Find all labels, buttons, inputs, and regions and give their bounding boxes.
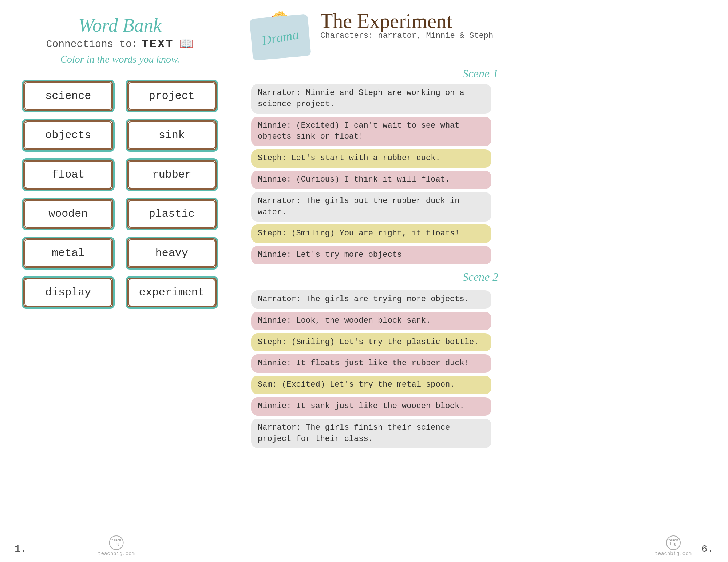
word-label: display <box>45 286 91 299</box>
teachbig-url-right: teachbig.com <box>655 551 692 557</box>
teachbig-logo-left: teach big teachbig.com <box>98 535 135 557</box>
right-header: 🍿 Drama The Experiment Characters: narra… <box>251 11 710 58</box>
dialogue-container: Narrator: Minnie and Steph are working o… <box>251 84 710 448</box>
dialogue-bubble-13: Narrator: The girls finish their science… <box>251 419 491 449</box>
teachbig-circle-left: teach big <box>109 535 123 550</box>
dialogue-bubble-9: Steph: (Smiling) Let's try the plastic b… <box>251 333 491 352</box>
word-label: wooden <box>48 208 88 220</box>
word-card-rubber: rubber <box>126 158 218 191</box>
word-card-project: project <box>126 80 218 112</box>
word-label: heavy <box>155 247 188 259</box>
word-bank-title: Word Bank <box>78 15 162 36</box>
drama-badge-bg: Drama <box>249 14 311 61</box>
drama-badge-area: 🍿 Drama <box>251 11 313 58</box>
word-label: float <box>52 168 84 181</box>
word-label: metal <box>52 247 84 259</box>
word-label: plastic <box>149 208 195 220</box>
scene2-heading: Scene 2 <box>251 270 710 284</box>
book-icon: 📖 <box>179 37 194 51</box>
word-card-heavy: heavy <box>126 237 218 270</box>
connections-line: Connections to: TEXT 📖 <box>46 37 194 51</box>
title-area: The Experiment Characters: narrator, Min… <box>320 11 493 40</box>
dialogue-bubble-11: Sam: (Excited) Let's try the metal spoon… <box>251 376 491 394</box>
connections-value: TEXT <box>142 37 174 51</box>
word-card-experiment: experiment <box>126 276 218 309</box>
dialogue-bubble-8: Minnie: Look, the wooden block sank. <box>251 312 491 330</box>
word-grid: scienceprojectobjectssinkfloatrubberwood… <box>22 80 218 309</box>
dialogue-bubble-6: Minnie: Let's try more objects <box>251 246 491 264</box>
word-label: rubber <box>152 168 191 181</box>
dialogue-bubble-12: Minnie: It sank just like the wooden blo… <box>251 397 491 416</box>
dialogue-bubble-5: Steph: (Smiling) You are right, it float… <box>251 224 491 243</box>
teachbig-logo-right: teach big teachbig.com <box>655 535 692 557</box>
word-card-objects: objects <box>22 119 115 152</box>
dialogue-bubble-7: Narrator: The girls are trying more obje… <box>251 290 491 309</box>
color-instruction: Color in the words you know. <box>60 53 179 65</box>
connections-label: Connections to: <box>46 39 138 50</box>
word-card-wooden: wooden <box>22 198 115 230</box>
dialogue-bubble-0: Narrator: Minnie and Steph are working o… <box>251 84 491 114</box>
dialogue-bubble-2: Steph: Let's start with a rubber duck. <box>251 149 491 168</box>
word-label: sink <box>159 129 185 142</box>
drama-label: Drama <box>261 27 300 48</box>
scene1-heading: Scene 1 <box>251 67 710 80</box>
dialogue-bubble-1: Minnie: (Excited) I can't wait to see wh… <box>251 117 491 147</box>
word-label: objects <box>45 129 91 142</box>
dialogue-bubble-4: Narrator: The girls put the rubber duck … <box>251 192 491 222</box>
dialogue-bubble-3: Minnie: (Curious) I think it will float. <box>251 171 491 189</box>
page-number-right: 6. <box>701 543 713 555</box>
left-panel: Word Bank Connections to: TEXT 📖 Color i… <box>0 0 233 562</box>
word-label: experiment <box>139 286 205 299</box>
teachbig-url-left: teachbig.com <box>98 551 135 557</box>
word-label: project <box>149 90 195 102</box>
characters-line: Characters: narrator, Minnie & Steph <box>320 31 493 40</box>
word-card-science: science <box>22 80 115 112</box>
experiment-title: The Experiment <box>320 11 493 31</box>
word-card-display: display <box>22 276 115 309</box>
teachbig-circle-right: teach big <box>666 535 681 550</box>
dialogue-bubble-10: Minnie: It floats just like the rubber d… <box>251 354 491 373</box>
word-card-metal: metal <box>22 237 115 270</box>
word-card-plastic: plastic <box>126 198 218 230</box>
word-card-float: float <box>22 158 115 191</box>
right-panel: 🍿 Drama The Experiment Characters: narra… <box>233 0 728 562</box>
word-label: science <box>45 90 91 102</box>
page-number-left: 1. <box>15 543 27 555</box>
word-card-sink: sink <box>126 119 218 152</box>
